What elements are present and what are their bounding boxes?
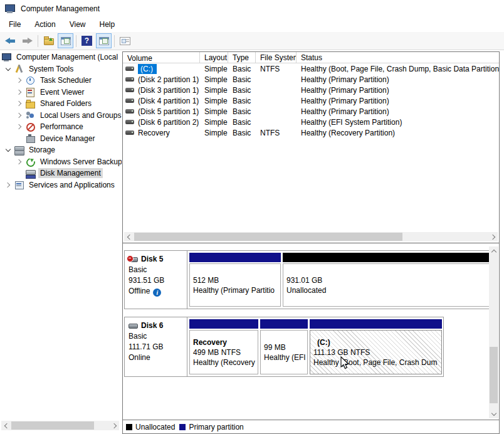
menu-view[interactable]: View — [63, 19, 93, 30]
volume-list-horizontal-scrollbar[interactable] — [124, 232, 498, 241]
volume-icon — [125, 98, 134, 103]
volume-icon — [125, 109, 134, 114]
volume-row-disk6-p2[interactable]: (Disk 6 partition 2) Simple Basic Health… — [123, 117, 499, 127]
primary-partition-bar — [310, 319, 442, 329]
menu-action[interactable]: Action — [28, 19, 62, 30]
disk-management-icon — [26, 169, 35, 177]
expand-chevron-icon[interactable] — [3, 179, 14, 191]
column-header-file-system[interactable]: File System — [256, 52, 297, 63]
back-button[interactable] — [3, 33, 18, 48]
tree-item-disk-management[interactable]: Disk Management — [0, 167, 122, 179]
volume-name: (Disk 4 partition 1) — [138, 97, 199, 105]
disk6-header[interactable]: Disk 6 Basic 111.71 GB Online — [125, 317, 187, 376]
tree-item-system-tools[interactable]: System Tools — [0, 63, 122, 75]
scroll-right-icon[interactable] — [110, 421, 119, 430]
volume-row-disk3-p1[interactable]: (Disk 3 partition 1) Simple Basic Health… — [123, 85, 499, 95]
volume-name: (Disk 5 partition 1) — [138, 107, 199, 116]
legend-unallocated: Unallocated — [126, 423, 175, 431]
tree-item-task-scheduler[interactable]: Task Scheduler — [0, 75, 122, 87]
tree-item-performance[interactable]: Performance — [0, 121, 122, 133]
scroll-down-icon[interactable] — [489, 409, 498, 418]
tree-item-shared-folders[interactable]: Shared Folders — [0, 98, 122, 110]
disk5-header[interactable]: Disk 5 Basic 931.51 GB Offlinei — [125, 251, 187, 309]
toolbar: ? — [0, 32, 504, 50]
volume-name: (Disk 2 partition 1) — [138, 75, 199, 84]
properties-button[interactable] — [117, 33, 133, 48]
volume-row-disk5-p1[interactable]: (Disk 5 partition 1) Simple Basic Health… — [123, 106, 499, 117]
scroll-right-icon[interactable] — [488, 232, 498, 241]
column-header-status[interactable]: Status — [297, 52, 499, 63]
scrollbar-thumb[interactable] — [134, 233, 402, 241]
disk-size: 111.71 GB — [129, 342, 183, 352]
tree-item-local-users-groups[interactable]: Local Users and Groups — [0, 110, 122, 122]
services-icon — [14, 181, 24, 189]
app-icon — [5, 4, 15, 13]
expand-chevron-icon[interactable] — [14, 75, 25, 86]
scrollbar-thumb[interactable] — [11, 421, 94, 430]
expand-chevron-icon[interactable] — [14, 121, 25, 132]
scroll-left-icon[interactable] — [124, 232, 134, 241]
tree-item-storage[interactable]: Storage — [0, 144, 122, 156]
tree-item-windows-server-backup[interactable]: Windows Server Backup — [0, 156, 122, 168]
volume-layout: Simple — [200, 65, 228, 73]
forward-button[interactable] — [19, 33, 35, 48]
partition-status: Healthy (Boot, Page File, Crash Dum — [313, 357, 438, 368]
volume-icon — [125, 77, 134, 82]
menu-file[interactable]: File — [2, 19, 28, 30]
volume-row-c[interactable]: (C:) Simple Basic NTFS Healthy (Boot, Pa… — [123, 63, 499, 74]
disk5-unallocated[interactable]: 931.01 GB Unallocated — [283, 253, 492, 307]
disk5-partitions: 512 MB Healthy (Primary Partitio 931.01 … — [187, 251, 494, 309]
column-header-layout[interactable]: Layout — [200, 52, 228, 63]
column-header-type[interactable]: Type — [228, 52, 256, 63]
volume-row-recovery[interactable]: Recovery Simple Basic NTFS Healthy (Reco… — [123, 127, 499, 138]
disk5-partition-1[interactable]: 512 MB Healthy (Primary Partitio — [189, 253, 281, 307]
unallocated-bar — [283, 253, 492, 262]
system-tools-icon — [14, 65, 24, 73]
back-arrow-icon — [5, 38, 16, 45]
performance-icon — [26, 123, 35, 131]
volume-layout: Simple — [200, 75, 228, 84]
menu-help[interactable]: Help — [93, 19, 122, 30]
task-scheduler-icon — [26, 77, 35, 85]
expand-chevron-icon[interactable] — [14, 87, 25, 98]
expand-chevron-icon[interactable] — [14, 156, 25, 167]
graphical-view-vertical-scrollbar[interactable] — [489, 246, 498, 418]
volume-layout: Simple — [200, 107, 228, 116]
expand-chevron-icon[interactable] — [14, 98, 25, 109]
volume-row-disk2-p1[interactable]: (Disk 2 partition 1) Simple Basic Health… — [123, 74, 499, 85]
partition-status: Healthy (EFI — [264, 352, 304, 363]
collapse-chevron-icon[interactable] — [3, 63, 14, 75]
expand-chevron-icon[interactable] — [14, 110, 25, 121]
tree-item-services-applications[interactable]: Services and Applications — [0, 179, 122, 191]
device-manager-icon — [26, 134, 35, 142]
volume-layout: Simple — [200, 118, 228, 127]
tree-horizontal-scrollbar[interactable] — [1, 421, 119, 430]
volume-status: Healthy (Primary Partition) — [297, 75, 499, 84]
tree-item-computer-management[interactable]: Computer Management (Local — [0, 51, 122, 63]
column-header-volume[interactable]: Volume — [123, 52, 200, 63]
scrollbar-thumb[interactable] — [490, 347, 498, 403]
info-icon[interactable]: i — [153, 288, 161, 297]
partition-label: Recovery — [193, 337, 255, 347]
scroll-left-icon[interactable] — [1, 421, 11, 430]
chevron-spacer — [14, 167, 25, 179]
disk-offline-icon — [129, 257, 138, 262]
volume-status: Healthy (Primary Partition) — [297, 86, 499, 95]
legend-label: Primary partition — [189, 423, 243, 431]
help-button[interactable]: ? — [79, 33, 95, 48]
disk6-partitions: Recovery 499 MB NTFS Healthy (Recovery 9… — [187, 317, 444, 376]
tree-item-device-manager[interactable]: Device Manager — [0, 133, 122, 145]
show-action-pane-button[interactable] — [96, 33, 112, 48]
disk6-c-partition-selected[interactable]: (C:) 111.13 GB NTFS Healthy (Boot, Page … — [310, 319, 442, 374]
tree-item-event-viewer[interactable]: Event Viewer — [0, 87, 122, 98]
export-list-button[interactable] — [41, 33, 56, 48]
disk6-efi-partition[interactable]: 99 MB Healthy (EFI — [260, 319, 308, 374]
collapse-chevron-icon[interactable] — [3, 144, 14, 156]
volume-row-disk4-p1[interactable]: (Disk 4 partition 1) Simple Basic Health… — [123, 95, 499, 106]
scroll-up-icon[interactable] — [489, 246, 498, 256]
properties-icon — [120, 37, 130, 45]
volume-fs: NTFS — [256, 129, 297, 137]
volume-name: (Disk 3 partition 1) — [138, 86, 199, 95]
disk6-recovery-partition[interactable]: Recovery 499 MB NTFS Healthy (Recovery — [189, 319, 258, 374]
show-console-tree-button[interactable] — [58, 33, 73, 48]
